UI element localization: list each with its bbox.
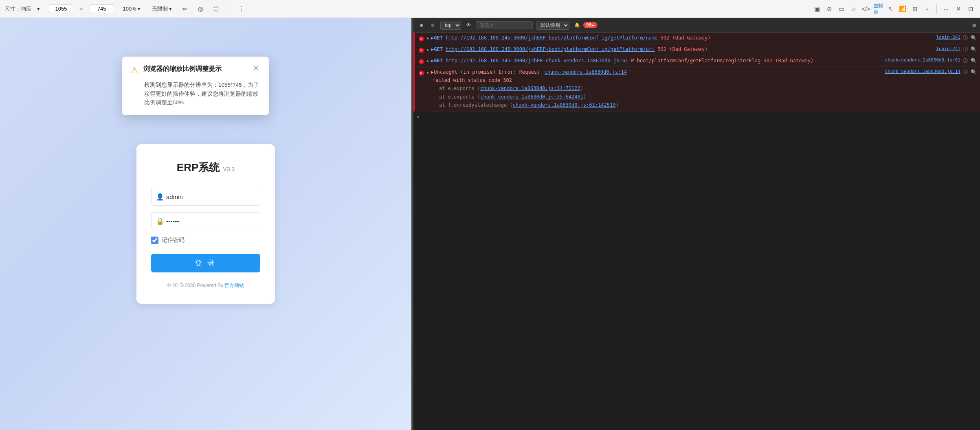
login-footer: © 2015-2030 Powered By 官方网站 bbox=[151, 282, 260, 289]
devtools-block-icon[interactable]: ▣ bbox=[417, 21, 426, 29]
request-url[interactable]: http://192.168.100.245:3000/jshERP-boot/… bbox=[446, 46, 655, 52]
maximize-icon[interactable]: ⊡ bbox=[966, 4, 975, 13]
search-action-icon[interactable]: 🔍 bbox=[970, 57, 977, 64]
devtools-settings-icon[interactable]: ⚙ bbox=[972, 22, 976, 29]
badge-prefix: 🔔 bbox=[574, 22, 580, 28]
browser-toolbar: 尺寸：响应 ▾ × 100% ▾ 无限制 ▾ ✏ ◎ ⬡ ⋮ ▣ ⊘ ▭ ⌂ <… bbox=[0, 0, 980, 18]
stack-link-2[interactable]: chunk-vendors.1a8630d0.js:35:642481 bbox=[480, 94, 583, 100]
entry-expand-arrow[interactable]: ▶ bbox=[427, 46, 429, 53]
more-options-icon[interactable]: ⋮ bbox=[237, 4, 245, 13]
http-status: 502 (Bad Gateway) bbox=[661, 35, 711, 41]
home-icon[interactable]: ⌂ bbox=[849, 4, 858, 13]
password-input[interactable] bbox=[151, 212, 260, 230]
stack-link-3[interactable]: chunk-vendors.1a8630d0.js:61:142510 bbox=[513, 102, 616, 108]
search-action-icon[interactable]: 🔍 bbox=[970, 34, 977, 42]
entry-expand-arrow[interactable]: ▶ bbox=[427, 35, 429, 41]
devtools-panel: ▣ ⊘ top 👁 默认级别 🔔 99+ ⚙ ✕ ▶ ▶GET bbox=[413, 18, 980, 430]
console-filter-input[interactable] bbox=[476, 21, 533, 29]
context-select[interactable]: top bbox=[440, 21, 461, 30]
add-icon[interactable]: + bbox=[923, 4, 932, 13]
eye-icon[interactable]: ◎ bbox=[196, 4, 205, 13]
console-entry-uncaught[interactable]: ✕ ▶ ▶Uncaught (in promise) Error: Reques… bbox=[413, 67, 980, 112]
entry-body: ▶GET http://192.168.100.245:3000/jshERP-… bbox=[431, 34, 933, 42]
close-icon[interactable]: ✕ bbox=[954, 4, 963, 13]
user-icon: 👤 bbox=[156, 193, 164, 201]
official-site-link[interactable]: 官方网站 bbox=[224, 283, 244, 288]
search-action-icon[interactable]: 🔍 bbox=[970, 46, 977, 53]
remember-label: 记住密码 bbox=[162, 237, 185, 244]
devtools-ban-icon[interactable]: ⊘ bbox=[429, 21, 437, 29]
zoom-value: 100% bbox=[123, 6, 136, 12]
info-action-icon[interactable]: ⓘ bbox=[962, 68, 969, 76]
error-circle-icon: ✕ bbox=[419, 70, 424, 76]
tablet-icon[interactable]: ▭ bbox=[837, 4, 846, 13]
entry-expand-arrow[interactable]: ▶ bbox=[427, 58, 429, 64]
remember-row: 记住密码 bbox=[151, 237, 260, 244]
source-link[interactable]: chunk-vendors.1a8630d0.js:61 bbox=[885, 57, 960, 64]
http-method: ▶GET bbox=[431, 35, 446, 41]
console-entry[interactable]: ✕ ▶ ▶GET http://192.168.100.245:3000/jsh… bbox=[413, 55, 980, 67]
username-wrapper: 👤 bbox=[151, 188, 260, 206]
remember-checkbox[interactable] bbox=[151, 237, 158, 244]
console-icon[interactable]: 控制台 bbox=[874, 4, 883, 13]
http-method: ▶GET bbox=[431, 46, 446, 52]
pencil-icon[interactable]: ✏ bbox=[181, 4, 190, 13]
source-file-link[interactable]: chunk-vendors.1a8630d0.js:61 bbox=[546, 58, 628, 64]
info-action-icon[interactable]: ⓘ bbox=[962, 34, 969, 42]
http-status: 502 (Bad Gateway) bbox=[763, 58, 813, 64]
source-link[interactable]: login:241 bbox=[936, 34, 960, 41]
log-level-select[interactable]: 默认级别 bbox=[536, 21, 569, 30]
request-url[interactable]: http://192.168.100.245:3000/jshER bbox=[446, 58, 543, 64]
zoom-dropdown[interactable]: 100% ▾ bbox=[121, 5, 143, 13]
error-icon: ✕ bbox=[418, 35, 424, 42]
layers-icon[interactable]: ⊞ bbox=[910, 4, 919, 13]
entry-body: ▶GET http://192.168.100.245:3000/jshERP-… bbox=[431, 46, 933, 53]
console-entry[interactable]: ✕ ▶ ▶GET http://192.168.100.245:3000/jsh… bbox=[413, 33, 980, 44]
more-devtools-icon[interactable]: ··· bbox=[942, 4, 951, 13]
error-text-2: P-boot/platformConf/getPlatform/register… bbox=[631, 58, 760, 64]
devtools-eye-icon[interactable]: 👁 bbox=[464, 21, 472, 29]
error-icon: ✕ bbox=[418, 57, 424, 65]
stack-message: failed with status code 502 bbox=[433, 76, 619, 84]
height-input[interactable] bbox=[90, 4, 114, 13]
info-action-icon[interactable]: ⓘ bbox=[962, 46, 969, 53]
search-action-icon[interactable]: 🔍 bbox=[970, 68, 977, 76]
stack-source-link[interactable]: chunk-vendors.1a8630d0.js:14 bbox=[545, 69, 627, 75]
alert-dialog: ⚠ 浏览器的缩放比例调整提示 ✕ 检测到您显示器的分辨率为：1055*745，为… bbox=[122, 57, 269, 115]
app-title: ERP系统 bbox=[177, 160, 220, 175]
request-url[interactable]: http://192.168.100.245:3000/jshERP-boot/… bbox=[446, 35, 657, 41]
entry-expand-arrow[interactable]: ▶ bbox=[427, 69, 429, 75]
limit-dropdown[interactable]: 无限制 ▾ bbox=[149, 4, 174, 13]
size-dropdown[interactable]: ▾ bbox=[35, 5, 42, 13]
login-page: ⚠ 浏览器的缩放比例调整提示 ✕ 检测到您显示器的分辨率为：1055*745，为… bbox=[0, 18, 411, 430]
source-link[interactable]: login:241 bbox=[936, 46, 960, 53]
code-icon[interactable]: </> bbox=[861, 4, 870, 13]
monitor-icon[interactable]: ▣ bbox=[813, 4, 822, 13]
browser-viewport: ⚠ 浏览器的缩放比例调整提示 ✕ 检测到您显示器的分辨率为：1055*745，为… bbox=[0, 18, 411, 430]
toolbar-separator bbox=[229, 4, 229, 14]
refresh-icon[interactable]: ⊘ bbox=[825, 4, 834, 13]
stack-line-3: at f.onreadystatechange (chunk-vendors.1… bbox=[439, 101, 619, 109]
wifi-icon[interactable]: 📶 bbox=[898, 4, 907, 13]
cursor-icon[interactable]: ↖ bbox=[886, 4, 895, 13]
console-content: ✕ ▶ ▶GET http://192.168.100.245:3000/jsh… bbox=[413, 33, 980, 430]
alert-close-button[interactable]: ✕ bbox=[253, 65, 259, 72]
login-button[interactable]: 登 录 bbox=[151, 254, 260, 272]
expand-more-row[interactable]: > bbox=[413, 112, 980, 122]
info-action-icon[interactable]: ⓘ bbox=[962, 57, 969, 64]
limit-label: 无限制 bbox=[152, 5, 168, 13]
stack-link-1[interactable]: chunk-vendors.1a8630d0.js:14:72122 bbox=[480, 86, 580, 91]
width-input[interactable] bbox=[49, 4, 73, 13]
error-icon: ✕ bbox=[418, 46, 424, 53]
entry-actions: ⓘ 🔍 bbox=[962, 68, 977, 76]
uncaught-error: ▶Uncaught (in promise) Error: Request bbox=[431, 69, 540, 75]
entry-body: ▶Uncaught (in promise) Error: Request ch… bbox=[431, 68, 882, 76]
source-link[interactable]: chunk-vendors.1a8630d0.js:14 bbox=[885, 68, 960, 75]
dimension-x: × bbox=[80, 6, 83, 12]
size-group: 尺寸：响应 ▾ bbox=[5, 5, 42, 13]
alert-title: 浏览器的缩放比例调整提示 bbox=[143, 65, 245, 73]
entry-actions: ⓘ 🔍 bbox=[962, 34, 977, 42]
username-input[interactable] bbox=[151, 188, 260, 206]
console-entry[interactable]: ✕ ▶ ▶GET http://192.168.100.245:3000/jsh… bbox=[413, 44, 980, 55]
export-icon[interactable]: ⬡ bbox=[212, 4, 221, 13]
